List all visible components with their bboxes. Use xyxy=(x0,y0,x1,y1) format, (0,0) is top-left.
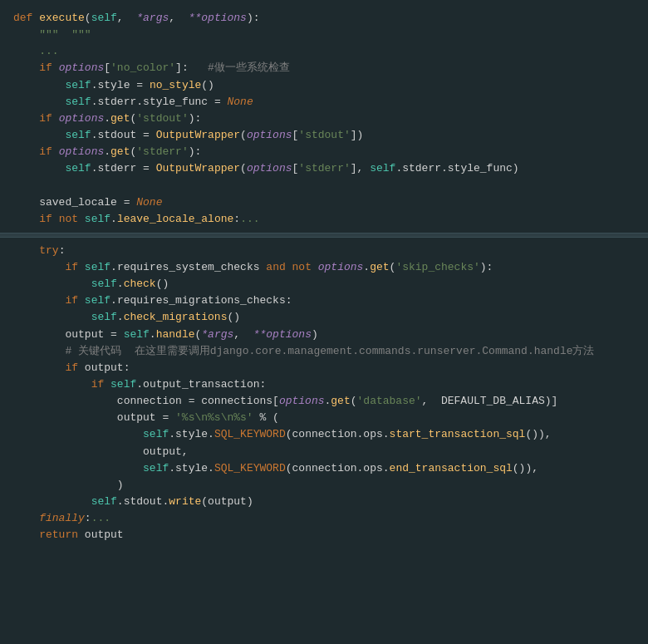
code-line: if output: xyxy=(0,360,648,376)
code-line: self.style = no_style() xyxy=(0,77,648,94)
code-line: ... xyxy=(0,43,648,60)
code-line: connection = connections[options.get('da… xyxy=(0,393,648,410)
code-line: if self.requires_migrations_checks: xyxy=(0,293,648,309)
code-line: # 关键代码 在这里需要调用django.core.management.com… xyxy=(0,343,648,360)
code-line: self.stdout = OutputWrapper(options['std… xyxy=(0,127,648,144)
code-line: self.stderr = OutputWrapper(options['std… xyxy=(0,160,648,177)
code-line: self.style.SQL_KEYWORD(connection.ops.st… xyxy=(0,426,648,443)
code-line: def execute(self, *args, **options): xyxy=(0,10,648,27)
code-line: return output xyxy=(0,527,648,543)
code-line: if self.output_transaction: xyxy=(0,376,648,393)
code-line: self.check_migrations() xyxy=(0,309,648,326)
code-line: if not self.leave_locale_alone:... xyxy=(0,211,648,228)
code-line: self.stderr.style_func = None xyxy=(0,94,648,111)
code-line: finally:... xyxy=(0,510,648,527)
code-line: if options['no_color']: #做一些系统检查 xyxy=(0,60,648,76)
code-line xyxy=(0,177,648,194)
code-line: output, xyxy=(0,444,648,460)
code-line: self.stdout.write(output) xyxy=(0,494,648,510)
section-divider xyxy=(0,233,648,238)
code-line: saved_locale = None xyxy=(0,194,648,211)
code-line: self.check() xyxy=(0,276,648,293)
code-line: if options.get('stderr'): xyxy=(0,144,648,160)
code-line: try: xyxy=(0,243,648,259)
code-line: if options.get('stdout'): xyxy=(0,111,648,127)
code-section-1: def execute(self, *args, **options): """… xyxy=(0,7,648,231)
code-line: output = '%s\n%s\n%s' % ( xyxy=(0,410,648,426)
code-line: self.style.SQL_KEYWORD(connection.ops.en… xyxy=(0,460,648,477)
code-line: if self.requires_system_checks and not o… xyxy=(0,259,648,276)
code-line: ) xyxy=(0,477,648,494)
code-line: output = self.handle(*args, **options) xyxy=(0,327,648,343)
code-section-2: try: if self.requires_system_checks and … xyxy=(0,239,648,548)
code-line: """ """ xyxy=(0,27,648,43)
code-container: def execute(self, *args, **options): """… xyxy=(0,0,648,553)
